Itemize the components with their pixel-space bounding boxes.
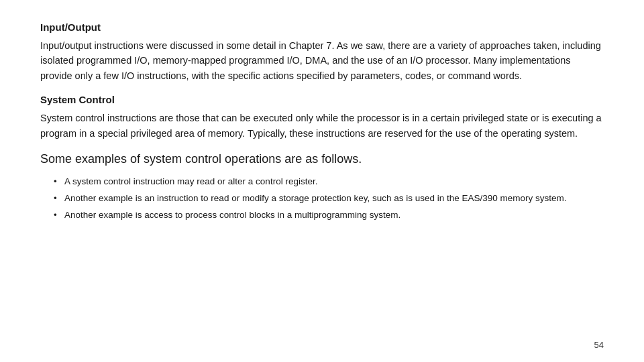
bullet-text-3: Another example is access to process con…	[64, 210, 400, 220]
bullet-list: A system control instruction may read or…	[40, 175, 604, 223]
list-item: A system control instruction may read or…	[54, 175, 604, 189]
list-item: Another example is an instruction to rea…	[54, 192, 604, 206]
page: Input/Output Input/output instructions w…	[0, 0, 644, 362]
bullet-text-1: A system control instruction may read or…	[64, 176, 317, 186]
section1-heading: Input/Output	[40, 20, 604, 34]
bullet-text-2: Another example is an instruction to rea…	[64, 193, 567, 203]
section2-heading: System Control	[40, 93, 604, 107]
section3-intro: Some examples of system control operatio…	[40, 150, 604, 168]
page-number: 54	[594, 340, 604, 350]
section1-body: Input/output instructions were discussed…	[40, 38, 604, 83]
section2-body: System control instructions are those th…	[40, 111, 604, 141]
list-item: Another example is access to process con…	[54, 208, 604, 223]
